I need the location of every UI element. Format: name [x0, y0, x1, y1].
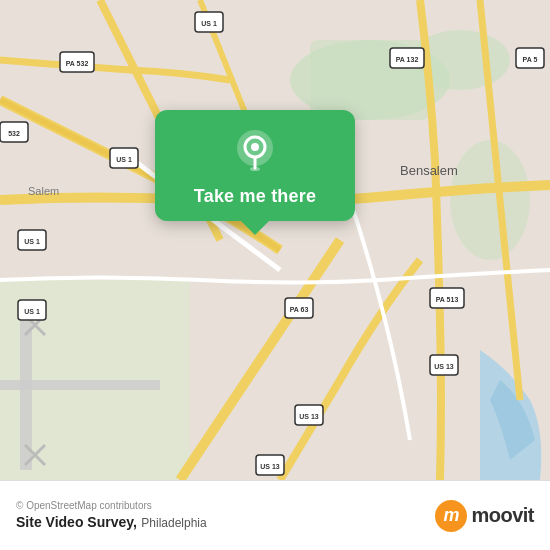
- site-title: Site Video Survey,: [16, 514, 137, 530]
- svg-text:US 13: US 13: [434, 363, 454, 370]
- svg-point-3: [450, 140, 530, 260]
- bottom-info: © OpenStreetMap contributors Site Video …: [16, 500, 207, 531]
- location-pin-icon: [231, 128, 279, 176]
- attribution-text: © OpenStreetMap contributors: [16, 500, 207, 511]
- svg-text:US 13: US 13: [260, 463, 280, 470]
- svg-text:PA 5: PA 5: [523, 56, 538, 63]
- svg-text:532: 532: [8, 130, 20, 137]
- site-info: Site Video Survey, Philadelphia: [16, 513, 207, 531]
- svg-text:PA 132: PA 132: [396, 56, 419, 63]
- svg-text:US 1: US 1: [24, 308, 40, 315]
- moovit-logo: m moovit: [435, 500, 534, 532]
- svg-text:Salem: Salem: [28, 185, 59, 197]
- moovit-m-icon: m: [435, 500, 467, 532]
- take-me-there-label: Take me there: [194, 186, 316, 207]
- svg-text:PA 513: PA 513: [436, 296, 459, 303]
- svg-point-43: [250, 167, 260, 171]
- map-svg: US 1 PA 532 532 US 1 US 1 US 1 PA 132 PA…: [0, 0, 550, 480]
- svg-text:PA 63: PA 63: [290, 306, 309, 313]
- svg-text:US 1: US 1: [24, 238, 40, 245]
- svg-rect-7: [0, 380, 160, 390]
- svg-text:US 1: US 1: [116, 156, 132, 163]
- svg-text:US 1: US 1: [201, 20, 217, 27]
- svg-text:PA 532: PA 532: [66, 60, 89, 67]
- map-container: US 1 PA 532 532 US 1 US 1 US 1 PA 132 PA…: [0, 0, 550, 480]
- site-subtitle: Philadelphia: [141, 516, 206, 530]
- svg-point-42: [251, 143, 259, 151]
- svg-text:Bensalem: Bensalem: [400, 163, 458, 178]
- popup-card[interactable]: Take me there: [155, 110, 355, 221]
- bottom-bar: © OpenStreetMap contributors Site Video …: [0, 480, 550, 550]
- moovit-text: moovit: [471, 504, 534, 527]
- svg-text:US 13: US 13: [299, 413, 319, 420]
